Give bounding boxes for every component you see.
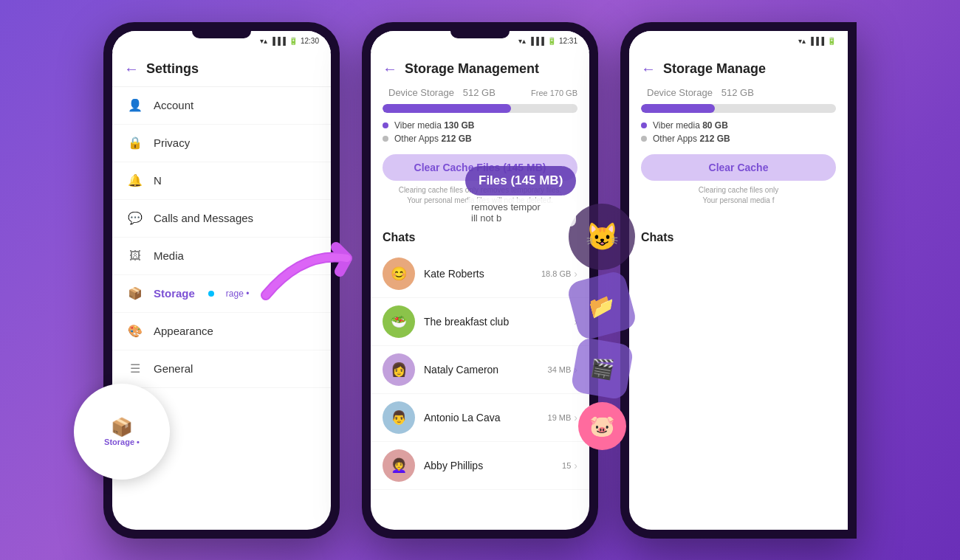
time-2: 12:31 xyxy=(559,37,577,45)
floating-decorations: 😺 📂 🎬 🐷 xyxy=(569,204,635,450)
signal-icon-3: ▐▐▐ xyxy=(809,37,824,45)
viber-label-3: Viber media 80 GB xyxy=(653,120,728,131)
avatar-abby: 👩‍🦱 xyxy=(383,449,415,482)
chat-name-abby: Abby Phillips xyxy=(424,460,553,471)
chat-name-kate: Kate Roberts xyxy=(424,268,532,280)
time-1: 12:30 xyxy=(301,37,319,45)
avatar-breakfast: 🥗 xyxy=(383,305,415,338)
wifi-icon-2: ▾▴ xyxy=(518,37,526,45)
phone-notch xyxy=(192,31,251,38)
phone-3-screen: ▾▴ ▐▐▐ 🔋 ← Storage Manage Device Storage… xyxy=(629,31,848,530)
storage-bar-3 xyxy=(641,104,836,113)
phone-2: ▾▴ ▐▐▐ 🔋 12:31 ← Storage Management Devi… xyxy=(362,22,598,539)
other-label-3: Other Apps 212 GB xyxy=(653,134,730,144)
avatar-kate: 😊 xyxy=(383,257,415,290)
chats-header-2: Chats xyxy=(371,225,589,250)
back-arrow-3[interactable]: ← xyxy=(641,61,656,77)
storage-mgmt-header: ← Storage Management xyxy=(371,52,589,86)
chat-item-breakfast[interactable]: 🥗 The breakfast club xyxy=(371,298,589,346)
calls-label: Calls and Messages xyxy=(154,212,253,224)
storage-mgmt-header-3: ← Storage Manage xyxy=(629,52,848,86)
storage-legend-3: Viber media 80 GB Other Apps 212 GB xyxy=(641,120,836,144)
arrow-decoration xyxy=(258,236,362,310)
viber-dot xyxy=(383,122,388,128)
settings-privacy[interactable]: 🔒 Privacy xyxy=(112,125,331,162)
free-label: Free 170 GB xyxy=(531,89,577,97)
overlay-container: Files (145 MB) removes tempor ill not b xyxy=(465,166,576,227)
cache-note-3: Clearing cache files only Your personal … xyxy=(641,185,836,206)
storage-bar-fill-2 xyxy=(383,104,511,113)
pig-icon: 🐷 xyxy=(578,402,626,450)
appearance-icon: 🎨 xyxy=(127,323,143,339)
device-storage-label-3: Device Storage 512 GB xyxy=(641,86,836,98)
device-storage-section-3: Device Storage 512 GB Viber media 80 GB … xyxy=(629,86,848,225)
signal-icon-2: ▐▐▐ xyxy=(529,37,544,45)
storage-bar-fill-3 xyxy=(641,104,715,113)
battery-icon-2: 🔋 xyxy=(547,37,556,45)
battery-icon: 🔋 xyxy=(289,37,298,45)
viber-dot-3 xyxy=(641,122,647,128)
storage-dot xyxy=(208,291,214,297)
storage-dot-label: rage • xyxy=(226,288,250,299)
device-storage-label: Device Storage 512 GB xyxy=(383,86,496,98)
other-label: Other Apps 212 GB xyxy=(394,134,472,144)
media-label: Media xyxy=(154,249,184,262)
other-dot xyxy=(383,136,388,142)
legend-viber: Viber media 130 GB xyxy=(383,120,577,131)
storage-mgmt-title-3: Storage Manage xyxy=(663,61,766,77)
storage-icon: 📦 xyxy=(127,286,143,302)
floating-box-1: 📂 xyxy=(566,269,638,342)
overlay-subtext: removes tempor ill not b xyxy=(465,198,576,227)
general-icon: ☰ xyxy=(127,361,143,377)
storage-label: Storage xyxy=(154,287,195,300)
legend-viber-3: Viber media 80 GB xyxy=(641,120,836,131)
storage-icon-large: 📦 xyxy=(111,417,133,437)
back-arrow-2[interactable]: ← xyxy=(383,61,397,77)
dark-circle: 😺 xyxy=(569,204,635,270)
settings-calls[interactable]: 💬 Calls and Messages xyxy=(112,200,331,238)
clear-cache-btn-3[interactable]: Clear Cache xyxy=(641,154,836,181)
privacy-icon: 🔒 xyxy=(127,135,143,151)
settings-header: ← Settings xyxy=(112,52,331,87)
settings-notifications[interactable]: 🔔 N xyxy=(112,162,331,200)
account-icon: 👤 xyxy=(127,97,143,114)
privacy-label: Privacy xyxy=(154,136,190,149)
storage-bar-2 xyxy=(383,104,577,113)
settings-general[interactable]: ☰ General xyxy=(112,350,331,388)
viber-label: Viber media 130 GB xyxy=(394,120,475,131)
chat-name-antonio: Antonio La Cava xyxy=(424,412,539,424)
phone-2-screen: ▾▴ ▐▐▐ 🔋 12:31 ← Storage Management Devi… xyxy=(371,31,589,530)
general-label: General xyxy=(154,362,193,375)
chat-item-antonio[interactable]: 👨 Antonio La Cava 19 MB xyxy=(371,394,589,442)
account-label: Account xyxy=(154,99,193,111)
storage-mgmt-title: Storage Management xyxy=(405,61,539,77)
wifi-icon-3: ▾▴ xyxy=(798,37,806,45)
chat-item-nataly[interactable]: 👩 Nataly Cameron 34 MB xyxy=(371,346,589,394)
settings-appearance[interactable]: 🎨 Appearance xyxy=(112,313,331,350)
media-icon: 🖼 xyxy=(127,248,143,264)
back-arrow-1[interactable]: ← xyxy=(124,61,139,77)
wifi-icon: ▾▴ xyxy=(260,37,267,45)
phone-2-notch xyxy=(450,31,510,38)
signal-icon: ▐▐▐ xyxy=(270,37,286,45)
appearance-label: Appearance xyxy=(154,325,213,337)
legend-other: Other Apps 212 GB xyxy=(383,134,577,144)
chat-size-abby: 15 xyxy=(562,460,577,471)
legend-other-3: Other Apps 212 GB xyxy=(641,134,836,144)
floating-box-2: 🎬 xyxy=(570,336,634,401)
phone-3: ▾▴ ▐▐▐ 🔋 ← Storage Manage Device Storage… xyxy=(620,22,857,539)
other-dot-3 xyxy=(641,136,647,142)
chat-name-breakfast: The breakfast club xyxy=(424,316,565,328)
calls-icon: 💬 xyxy=(127,210,143,227)
settings-title: Settings xyxy=(146,61,199,77)
avatar-nataly: 👩 xyxy=(383,353,415,386)
notifications-icon: 🔔 xyxy=(127,173,143,189)
chat-item-kate[interactable]: 😊 Kate Roberts 18.8 GB xyxy=(371,250,589,298)
battery-icon-3: 🔋 xyxy=(827,37,836,45)
avatar-antonio: 👨 xyxy=(383,401,415,434)
chat-item-abby[interactable]: 👩‍🦱 Abby Phillips 15 xyxy=(371,442,589,490)
status-bar-3: ▾▴ ▐▐▐ 🔋 xyxy=(629,31,848,52)
settings-account[interactable]: 👤 Account xyxy=(112,87,331,125)
storage-legend-2: Viber media 130 GB Other Apps 212 GB xyxy=(383,120,577,144)
phone-1: ▾▴ ▐▐▐ 🔋 12:30 ← Settings 👤 Account 🔒 Pr… xyxy=(103,22,340,539)
